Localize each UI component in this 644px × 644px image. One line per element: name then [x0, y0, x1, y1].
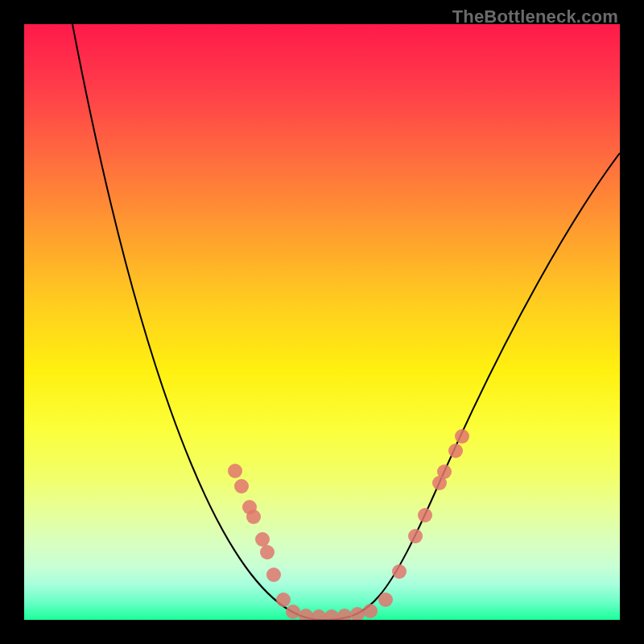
data-marker	[337, 609, 352, 620]
data-marker	[392, 564, 407, 579]
data-marker	[266, 568, 281, 582]
data-marker	[246, 510, 261, 524]
data-marker	[363, 604, 378, 618]
data-marker	[437, 464, 452, 479]
data-marker	[408, 529, 423, 543]
watermark: TheBottleneck.com	[452, 6, 618, 27]
plot-area	[24, 24, 620, 620]
data-marker	[350, 607, 365, 620]
data-marker	[234, 479, 249, 493]
data-marker	[418, 508, 432, 522]
chart-root: TheBottleneck.com	[0, 0, 644, 644]
curve-svg	[24, 24, 620, 620]
bottleneck-curve	[72, 24, 620, 620]
data-marker	[286, 605, 300, 619]
data-marker	[448, 444, 463, 458]
data-marker	[228, 464, 242, 478]
data-marker	[299, 609, 313, 620]
marker-group	[228, 429, 469, 620]
data-marker	[260, 545, 275, 559]
data-marker	[276, 592, 291, 607]
data-marker	[324, 609, 339, 620]
data-marker	[312, 609, 326, 620]
data-marker	[455, 429, 469, 444]
data-marker	[378, 592, 393, 607]
data-marker	[255, 532, 270, 547]
